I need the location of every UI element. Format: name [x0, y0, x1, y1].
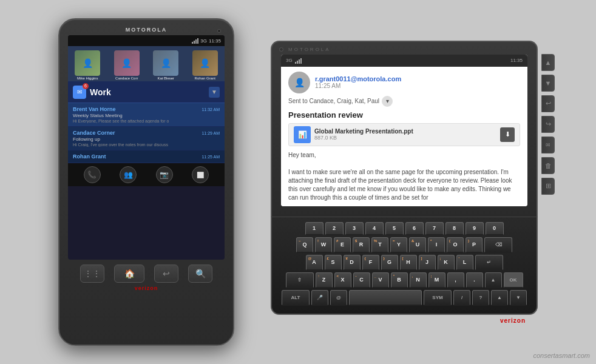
key-question[interactable]: ?: [472, 290, 489, 306]
sent-to-text: Sent to Candace, Craig, Kat, Paul: [288, 98, 379, 104]
contacts-icon[interactable]: 👥: [120, 166, 137, 183]
key-nav-down[interactable]: ▼: [510, 290, 527, 306]
key-8[interactable]: 8: [445, 222, 464, 235]
phone1-screen-nav: 📞 👥 📷 ⬜: [68, 163, 225, 186]
key-nav-up[interactable]: ▲: [491, 290, 508, 306]
key-i[interactable]: *I: [428, 237, 445, 253]
key-z[interactable]: ↑Z: [316, 272, 333, 288]
contact-kat[interactable]: 👤 Kat Bleser: [146, 46, 186, 81]
email-preview-2: Hi Craig, I've gone over the notes from …: [73, 143, 220, 147]
menu-button[interactable]: ⋮⋮: [80, 265, 104, 283]
key-2[interactable]: 2: [325, 222, 344, 235]
key-m[interactable]: ;M: [428, 272, 445, 288]
expand-recipients-btn[interactable]: ▾: [382, 96, 393, 107]
key-b[interactable]: "B: [391, 272, 408, 288]
email-body: Hey team, I want to make sure we're all …: [288, 151, 520, 202]
email-item-1[interactable]: Brent Van Horne 11:32 AM Weekly Status M…: [68, 103, 225, 127]
email-item-2[interactable]: Candace Corner 11:29 AM Following up Hi …: [68, 127, 225, 150]
email-sender-1: Brent Van Horne: [73, 106, 116, 112]
key-mic[interactable]: 🎤: [311, 290, 328, 306]
attachment-filename: Global Marketing Presentation.ppt: [314, 128, 496, 135]
browser-icon[interactable]: ⬜: [192, 166, 209, 183]
camera-icon[interactable]: 📷: [156, 166, 173, 183]
key-l[interactable]: 'L: [456, 255, 473, 271]
key-k[interactable]: ;K: [438, 255, 455, 271]
avatar-mike: 👤: [83, 58, 93, 68]
keyboard-row-qwerty: ~Q !W #E $R %T =Y &U *I (O )P ⌫: [276, 237, 533, 253]
delete-button[interactable]: 🗑: [541, 157, 555, 174]
email-sender-3: Rohan Grant: [73, 153, 106, 160]
key-s[interactable]: £S: [325, 255, 342, 271]
key-sym[interactable]: SYM: [424, 290, 452, 306]
key-ok[interactable]: OK: [504, 272, 523, 288]
phone2-device: ▲ ▼ ↩ ↪ ✉ 🗑 ⊞ MOTOROLA 3G: [271, 41, 538, 324]
forward-button[interactable]: ↪: [541, 116, 555, 133]
attachment-save-button[interactable]: ⬇: [500, 127, 515, 142]
key-5[interactable]: 5: [385, 222, 404, 235]
key-j[interactable]: ]J: [419, 255, 436, 271]
volume-up-button[interactable]: ▲: [541, 54, 555, 71]
key-at[interactable]: @: [330, 290, 347, 306]
key-space[interactable]: [349, 290, 422, 306]
key-o[interactable]: (O: [447, 237, 464, 253]
key-enter[interactable]: ↵: [475, 255, 503, 271]
back-button[interactable]: ↩: [154, 265, 178, 283]
contact-candace[interactable]: 👤 Candace Corr: [107, 46, 147, 81]
key-comma[interactable]: ,: [447, 272, 464, 288]
verizon-logo-1: verizon: [135, 285, 158, 291]
key-h[interactable]: [H: [400, 255, 417, 271]
key-t[interactable]: %T: [371, 237, 388, 253]
avatar-kat: 👤: [161, 58, 171, 68]
key-7[interactable]: 7: [425, 222, 444, 235]
key-backspace[interactable]: ⌫: [484, 237, 512, 253]
key-c[interactable]: -C: [353, 272, 370, 288]
key-6[interactable]: 6: [405, 222, 424, 235]
reply-button[interactable]: ↩: [541, 95, 555, 112]
home-button[interactable]: 🏠: [114, 265, 144, 283]
key-1[interactable]: 1: [305, 222, 323, 235]
phone-icon[interactable]: 📞: [84, 166, 101, 183]
attachment-info: Global Marketing Presentation.ppt 887.0 …: [314, 128, 496, 141]
volume-down-button[interactable]: ▼: [541, 75, 555, 92]
status-bar-1: 3G 11:35: [68, 35, 225, 46]
key-y[interactable]: =Y: [390, 237, 407, 253]
apps-button[interactable]: ⊞: [541, 178, 555, 195]
key-d[interactable]: ¥D: [344, 255, 361, 271]
email-preview-1: Hi Everyone, Please see the attached age…: [73, 119, 220, 123]
avatar-rohan: 👤: [200, 58, 210, 68]
camera-bar-2: MOTOROLA: [277, 47, 532, 52]
email-sender-2: Candace Corner: [73, 130, 115, 136]
status-network-2: 3G: [286, 58, 293, 63]
contact-name-rohan: Rohan Grant: [195, 76, 215, 80]
key-3[interactable]: 3: [345, 222, 364, 235]
key-a[interactable]: @A: [306, 255, 323, 271]
mail-button[interactable]: ✉: [541, 136, 555, 153]
key-q[interactable]: ~Q: [296, 237, 313, 253]
key-4[interactable]: 4: [365, 222, 384, 235]
signal-bars: [192, 38, 198, 44]
key-alt[interactable]: ALT: [282, 290, 310, 306]
key-9[interactable]: 9: [466, 222, 484, 235]
work-dropdown-btn[interactable]: ▼: [209, 87, 220, 98]
key-w[interactable]: !W: [315, 237, 332, 253]
key-n[interactable]: ,N: [410, 272, 427, 288]
key-0[interactable]: 0: [486, 222, 504, 235]
key-slash[interactable]: /: [453, 290, 470, 306]
key-f[interactable]: {F: [362, 255, 379, 271]
key-period[interactable]: .: [466, 272, 483, 288]
key-g[interactable]: }G: [381, 255, 398, 271]
key-arrow-up[interactable]: ▲: [485, 272, 502, 288]
contact-rohan[interactable]: 👤 Rohan Grant: [186, 46, 225, 81]
key-r[interactable]: $R: [353, 237, 370, 253]
key-shift[interactable]: ⇧: [286, 272, 314, 288]
key-v[interactable]: _V: [372, 272, 389, 288]
email-item-3[interactable]: Rohan Grant 11:25 AM: [68, 150, 225, 163]
key-x[interactable]: <X: [334, 272, 351, 288]
search-button[interactable]: 🔍: [188, 265, 212, 283]
key-e[interactable]: #E: [334, 237, 351, 253]
key-p[interactable]: )P: [466, 237, 483, 253]
email-subject-2: Following up: [73, 136, 220, 142]
work-title: Work: [90, 87, 205, 97]
key-u[interactable]: &U: [409, 237, 426, 253]
contact-mike[interactable]: 👤 Mike Higgins: [68, 46, 107, 81]
